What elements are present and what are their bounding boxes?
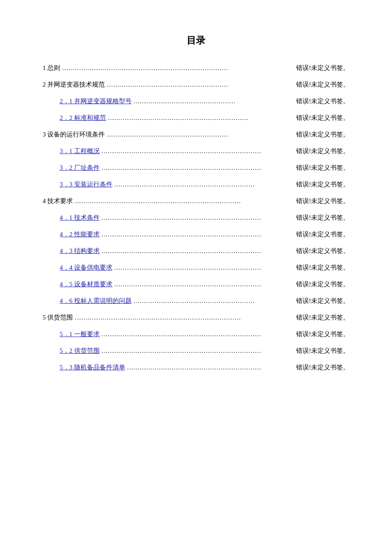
toc-error-2.2: 错误!未定义书签。 bbox=[296, 114, 349, 122]
toc-entry-4: 4 技术要求……………………………………………………………………错误!未定义书签… bbox=[43, 197, 349, 205]
toc-entry-5: 5 供货范围……………………………………………………………………错误!未定义书签… bbox=[43, 314, 349, 322]
toc-label-4.2: 4．2 性能要求 bbox=[60, 230, 100, 238]
toc-error-3: 错误!未定义书签。 bbox=[296, 131, 349, 139]
toc-error-3.2: 错误!未定义书签。 bbox=[296, 164, 349, 172]
toc-error-5.2: 错误!未定义书签。 bbox=[296, 347, 349, 355]
toc-error-4.5: 错误!未定义书签。 bbox=[296, 280, 349, 288]
toc-dots-2: ………………………………………………… bbox=[105, 81, 296, 88]
toc-error-2: 错误!未定义书签。 bbox=[296, 81, 349, 89]
toc-entry-3.1: 3．1 工程概况…………………………………………………………………错误!未定义书… bbox=[43, 147, 349, 155]
toc-container: 1 总则……………………………………………………………………错误!未定义书签。2… bbox=[43, 64, 349, 372]
toc-label-4.5: 4．5 设备材质要求 bbox=[60, 280, 112, 288]
toc-error-3.3: 错误!未定义书签。 bbox=[296, 180, 349, 189]
toc-entry-2.1: 2．1 并网逆变器规格型号…………………………………………错误!未定义书签。 bbox=[43, 97, 349, 105]
toc-label-4.4: 4．4 设备供电要求 bbox=[60, 264, 112, 272]
toc-dots-3.3: ………………………………………………………… bbox=[112, 181, 296, 188]
toc-dots-5.1: ………………………………………………………………… bbox=[100, 331, 296, 338]
toc-entry-4.2: 4．2 性能要求…………………………………………………………………错误!未定义书… bbox=[43, 230, 349, 238]
toc-label-3.3: 3．3 安装运行条件 bbox=[60, 180, 112, 189]
toc-entry-2: 2 并网逆变器技术规范…………………………………………………错误!未定义书签。 bbox=[43, 81, 349, 89]
toc-dots-2.1: ………………………………………… bbox=[132, 98, 296, 105]
toc-dots-1: …………………………………………………………………… bbox=[60, 64, 296, 72]
toc-label-3: 3 设备的运行环境条件 bbox=[43, 131, 105, 139]
toc-label-4.1: 4．1 技术条件 bbox=[60, 214, 100, 222]
toc-label-5.1: 5．1 一般要求 bbox=[60, 330, 100, 338]
toc-dots-2.2: ………………………………………………………… bbox=[106, 114, 296, 122]
toc-dots-5: …………………………………………………………………… bbox=[73, 314, 296, 321]
toc-error-3.1: 错误!未定义书签。 bbox=[296, 147, 349, 155]
toc-entry-4.6: 4．6 投标人需说明的问题…………………………………………………错误!未定义书签… bbox=[43, 297, 349, 305]
page-title: 目录 bbox=[43, 34, 349, 47]
toc-label-3.2: 3．2 厂址条件 bbox=[60, 164, 100, 172]
toc-label-5.3: 5．3 随机备品备件清单 bbox=[60, 363, 125, 372]
toc-error-2.1: 错误!未定义书签。 bbox=[296, 97, 349, 105]
toc-label-2: 2 并网逆变器技术规范 bbox=[43, 81, 105, 89]
toc-label-5: 5 供货范围 bbox=[43, 314, 73, 322]
toc-label-1: 1 总则 bbox=[43, 64, 60, 72]
toc-dots-5.2: ………………………………………………………………… bbox=[100, 347, 296, 355]
toc-entry-4.4: 4．4 设备供电要求……………………………………………………………错误!未定义书… bbox=[43, 264, 349, 272]
toc-error-4.3: 错误!未定义书签。 bbox=[296, 247, 349, 255]
toc-error-4.2: 错误!未定义书签。 bbox=[296, 230, 349, 238]
toc-dots-3.2: ………………………………………………………………… bbox=[100, 164, 296, 171]
toc-label-4.3: 4．3 结构要求 bbox=[60, 247, 100, 255]
toc-entry-3.2: 3．2 厂址条件…………………………………………………………………错误!未定义书… bbox=[43, 164, 349, 172]
toc-label-5.2: 5．2 供货范围 bbox=[60, 347, 100, 355]
toc-entry-4.1: 4．1 技术条件…………………………………………………………………错误!未定义书… bbox=[43, 214, 349, 222]
toc-label-2.1: 2．1 并网逆变器规格型号 bbox=[60, 97, 132, 105]
toc-label-2.2: 2．2 标准和规范 bbox=[60, 114, 106, 122]
toc-error-5: 错误!未定义书签。 bbox=[296, 314, 349, 322]
toc-label-3.1: 3．1 工程概况 bbox=[60, 147, 100, 155]
toc-dots-4.4: …………………………………………………………… bbox=[112, 264, 296, 271]
toc-error-4: 错误!未定义书签。 bbox=[296, 197, 349, 205]
toc-error-4.6: 错误!未定义书签。 bbox=[296, 297, 349, 305]
toc-dots-3.1: ………………………………………………………………… bbox=[100, 148, 296, 155]
toc-entry-5.1: 5．1 一般要求…………………………………………………………………错误!未定义书… bbox=[43, 330, 349, 338]
toc-dots-4.2: ………………………………………………………………… bbox=[100, 231, 296, 238]
toc-error-5.3: 错误!未定义书签。 bbox=[296, 363, 349, 372]
toc-error-4.1: 错误!未定义书签。 bbox=[296, 214, 349, 222]
toc-dots-3: ………………………………………………… bbox=[105, 131, 296, 138]
toc-error-5.1: 错误!未定义书签。 bbox=[296, 330, 349, 338]
toc-entry-3: 3 设备的运行环境条件…………………………………………………错误!未定义书签。 bbox=[43, 131, 349, 139]
toc-entry-5.3: 5．3 随机备品备件清单………………………………………………………错误!未定义书… bbox=[43, 363, 349, 372]
toc-dots-4.3: ………………………………………………………………… bbox=[100, 247, 296, 255]
toc-error-1: 错误!未定义书签。 bbox=[296, 64, 349, 72]
toc-dots-5.3: ……………………………………………………… bbox=[125, 364, 296, 371]
toc-dots-4.1: ………………………………………………………………… bbox=[100, 214, 296, 221]
toc-label-4.6: 4．6 投标人需说明的问题 bbox=[60, 297, 132, 305]
toc-entry-4.3: 4．3 结构要求…………………………………………………………………错误!未定义书… bbox=[43, 247, 349, 255]
toc-dots-4.6: ………………………………………………… bbox=[132, 297, 296, 305]
document-page: 目录 1 总则……………………………………………………………………错误!未定义书… bbox=[0, 0, 392, 555]
toc-dots-4.5: …………………………………………………………… bbox=[112, 281, 296, 288]
toc-entry-2.2: 2．2 标准和规范…………………………………………………………错误!未定义书签。 bbox=[43, 114, 349, 122]
toc-entry-4.5: 4．5 设备材质要求……………………………………………………………错误!未定义书… bbox=[43, 280, 349, 288]
toc-entry-5.2: 5．2 供货范围…………………………………………………………………错误!未定义书… bbox=[43, 347, 349, 355]
toc-dots-4: …………………………………………………………………… bbox=[73, 198, 296, 205]
toc-label-4: 4 技术要求 bbox=[43, 197, 73, 205]
toc-entry-3.3: 3．3 安装运行条件…………………………………………………………错误!未定义书签… bbox=[43, 180, 349, 189]
toc-error-4.4: 错误!未定义书签。 bbox=[296, 264, 349, 272]
toc-entry-1: 1 总则……………………………………………………………………错误!未定义书签。 bbox=[43, 64, 349, 72]
